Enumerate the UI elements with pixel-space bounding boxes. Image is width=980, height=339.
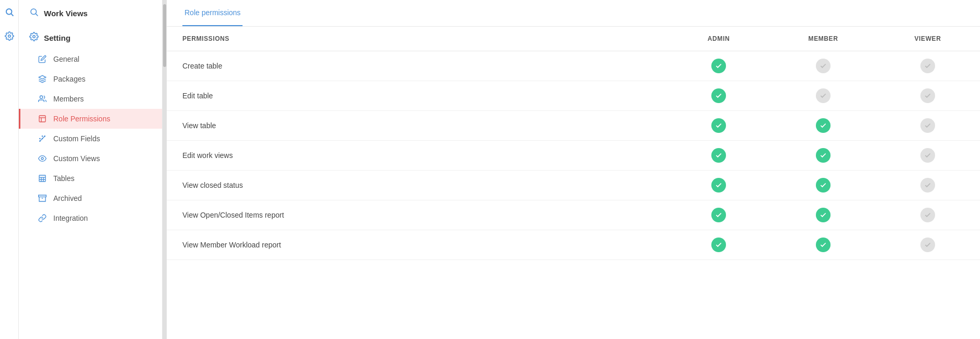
viewer-check-icon (920, 178, 935, 193)
admin-check-icon (711, 59, 726, 73)
member-check-icon (816, 208, 831, 222)
permission-name: View Open/Closed Items report (167, 200, 666, 230)
tab-bar: Role permissions (167, 0, 980, 27)
permission-name: Edit work views (167, 141, 666, 171)
viewer-check-icon (920, 88, 935, 103)
settings-icon[interactable] (4, 30, 15, 42)
check-admin (666, 111, 771, 141)
member-check-icon (816, 118, 831, 133)
archived-label: Archived (53, 194, 82, 202)
check-admin (666, 171, 771, 200)
svg-point-16 (42, 136, 42, 137)
sidebar-item-members[interactable]: Members (19, 89, 162, 109)
viewer-check-icon (920, 118, 935, 133)
member-check-icon (816, 59, 831, 73)
check-viewer (875, 51, 980, 81)
general-label: General (53, 55, 79, 63)
custom-fields-icon (38, 134, 47, 143)
col-permissions: PERMISSIONS (167, 27, 666, 51)
setting-label: Setting (44, 33, 71, 42)
check-member (771, 141, 875, 171)
table-row: Edit table (167, 81, 980, 111)
work-views-label: Work Views (44, 9, 88, 18)
permission-name: View table (167, 111, 666, 141)
icon-bar (0, 0, 19, 339)
sidebar-item-tables[interactable]: Tables (19, 168, 162, 188)
check-admin (666, 81, 771, 111)
check-member (771, 81, 875, 111)
viewer-check-icon (920, 238, 935, 252)
integration-label: Integration (53, 214, 88, 222)
admin-check-icon (711, 88, 726, 103)
sidebar-item-general[interactable]: General (19, 49, 162, 69)
member-check-icon (816, 148, 831, 163)
tables-icon (38, 174, 47, 183)
admin-check-icon (711, 208, 726, 222)
check-member (771, 51, 875, 81)
archived-icon (38, 194, 47, 203)
svg-point-17 (40, 138, 40, 139)
admin-check-icon (711, 118, 726, 133)
svg-rect-19 (39, 175, 45, 182)
viewer-check-icon (920, 148, 935, 163)
table-header-row: PERMISSIONS ADMIN MEMBER VIEWER (167, 27, 980, 51)
check-admin (666, 230, 771, 260)
admin-check-icon (711, 238, 726, 252)
work-views-title[interactable]: Work Views (19, 0, 162, 25)
table-row: Edit work views (167, 141, 980, 171)
permission-name: View closed status (167, 171, 666, 200)
check-admin (666, 51, 771, 81)
viewer-check-icon (920, 208, 935, 222)
svg-line-1 (11, 14, 13, 16)
check-viewer (875, 200, 980, 230)
permission-name: View Member Workload report (167, 230, 666, 260)
svg-point-7 (40, 96, 42, 98)
svg-marker-6 (39, 75, 45, 79)
sidebar-item-role-permissions[interactable]: Role Permissions (19, 109, 162, 129)
svg-point-18 (41, 157, 43, 160)
sidebar-item-integration[interactable]: Integration (19, 208, 162, 228)
packages-label: Packages (53, 75, 85, 83)
setting-title[interactable]: Setting (19, 25, 162, 49)
viewer-check-icon (920, 59, 935, 73)
tables-label: Tables (53, 174, 74, 183)
tab-role-permissions[interactable]: Role permissions (182, 0, 243, 26)
sidebar-item-custom-views[interactable]: Custom Views (19, 149, 162, 168)
svg-point-5 (33, 36, 36, 38)
work-views-icon (29, 7, 39, 19)
check-viewer (875, 171, 980, 200)
col-viewer: VIEWER (875, 27, 980, 51)
col-admin: ADMIN (666, 27, 771, 51)
sidebar-item-packages[interactable]: Packages (19, 69, 162, 89)
member-check-icon (816, 178, 831, 193)
table-row: View table (167, 111, 980, 141)
col-member: MEMBER (771, 27, 875, 51)
table-row: View Member Workload report (167, 230, 980, 260)
admin-check-icon (711, 178, 726, 193)
custom-fields-label: Custom Fields (53, 134, 100, 143)
check-member (771, 230, 875, 260)
table-row: Create table (167, 51, 980, 81)
custom-views-icon (38, 154, 47, 163)
permission-name: Edit table (167, 81, 666, 111)
role-permissions-icon (38, 114, 47, 123)
table-row: View Open/Closed Items report (167, 200, 980, 230)
member-check-icon (816, 88, 831, 103)
main-content: Role permissions PERMISSIONS ADMIN MEMBE… (167, 0, 980, 339)
sidebar-item-custom-fields[interactable]: Custom Fields (19, 129, 162, 149)
pencil-icon (38, 54, 47, 64)
sidebar-item-archived[interactable]: Archived (19, 188, 162, 208)
scrollbar[interactable] (163, 0, 167, 339)
check-viewer (875, 230, 980, 260)
sidebar: Work Views Setting General (19, 0, 163, 339)
members-icon (38, 94, 47, 104)
permissions-table: PERMISSIONS ADMIN MEMBER VIEWER Create t… (167, 27, 980, 260)
search-icon[interactable] (4, 6, 15, 18)
packages-icon (38, 74, 47, 84)
svg-rect-8 (39, 116, 45, 122)
check-viewer (875, 111, 980, 141)
custom-views-label: Custom Views (53, 154, 100, 163)
table-row: View closed status (167, 171, 980, 200)
check-viewer (875, 141, 980, 171)
scroll-thumb[interactable] (163, 4, 166, 67)
